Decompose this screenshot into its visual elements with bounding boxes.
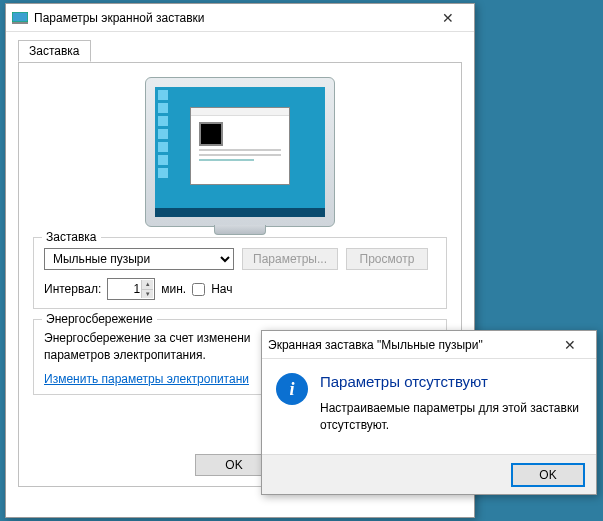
onresume-checkbox[interactable] [192, 283, 205, 296]
svg-rect-1 [12, 22, 28, 24]
group-label-power: Энергосбережение [42, 312, 157, 326]
group-label-screensaver: Заставка [42, 230, 101, 244]
popup-ok-button[interactable]: OK [512, 464, 584, 486]
spinner-up-icon[interactable]: ▲ [141, 280, 153, 290]
preview-button[interactable]: Просмотр [346, 248, 428, 270]
svg-rect-0 [12, 12, 28, 22]
tab-screensaver[interactable]: Заставка [18, 40, 91, 62]
interval-unit: мин. [161, 282, 186, 296]
interval-label: Интервал: [44, 282, 101, 296]
window-title: Параметры экранной заставки [34, 11, 428, 25]
popup-titlebar[interactable]: Экранная заставка "Мыльные пузыри" ✕ [262, 331, 596, 359]
interval-value: 1 [134, 282, 141, 296]
screensaver-select[interactable]: Мыльные пузыри [44, 248, 234, 270]
info-dialog: Экранная заставка "Мыльные пузыри" ✕ i П… [261, 330, 597, 495]
screensaver-group: Заставка Мыльные пузыри Параметры... Про… [33, 237, 447, 309]
popup-body-text: Настраиваемые параметры для этой заставк… [320, 400, 582, 434]
power-settings-link[interactable]: Изменить параметры электропитани [44, 372, 249, 386]
titlebar[interactable]: Параметры экранной заставки ✕ [6, 4, 474, 32]
close-button[interactable]: ✕ [428, 8, 468, 28]
preview-monitor [145, 77, 335, 227]
interval-spinner[interactable]: 1 ▲▼ [107, 278, 155, 300]
popup-headline: Параметры отсутствуют [320, 373, 582, 390]
onresume-label: Нач [211, 282, 232, 296]
settings-button[interactable]: Параметры... [242, 248, 338, 270]
spinner-down-icon[interactable]: ▼ [141, 290, 153, 299]
info-icon: i [276, 373, 308, 405]
popup-title: Экранная заставка "Мыльные пузыри" [268, 338, 550, 352]
window-icon [12, 10, 28, 26]
popup-close-button[interactable]: ✕ [550, 335, 590, 355]
